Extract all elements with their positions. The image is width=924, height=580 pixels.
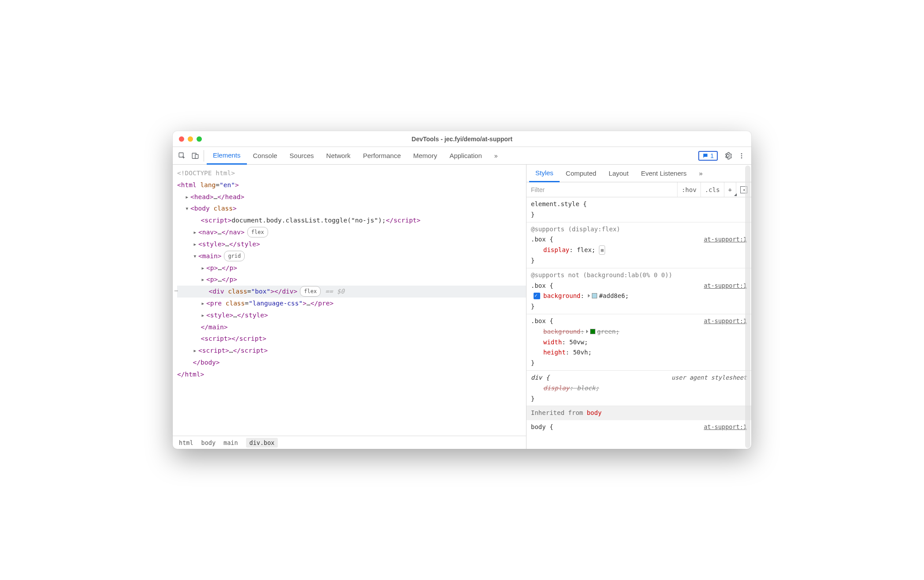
flex-badge[interactable]: flex	[247, 227, 268, 237]
main-close[interactable]: </main>	[177, 321, 526, 333]
expand-shorthand-icon[interactable]	[588, 294, 590, 298]
maximize-window-icon[interactable]	[197, 136, 202, 142]
flex-badge[interactable]: flex	[300, 286, 321, 297]
inherited-from-label: Inherited from body	[526, 406, 751, 420]
styles-panel: Styles Computed Layout Event Listeners »…	[526, 165, 751, 449]
rule-supports-not-lab[interactable]: @supports not (background:lab(0% 0 0)) a…	[526, 268, 751, 314]
source-link[interactable]: at-support:1	[704, 234, 747, 245]
window-title: DevTools - jec.fyi/demo/at-support	[179, 136, 745, 143]
tabs-overflow-icon[interactable]: »	[488, 147, 504, 164]
settings-icon[interactable]	[724, 152, 732, 160]
scrollbar[interactable]	[745, 166, 750, 448]
empty-script[interactable]: <script></script>	[177, 333, 526, 345]
tab-memory[interactable]: Memory	[407, 147, 443, 164]
tab-sources[interactable]: Sources	[284, 147, 320, 164]
traffic-lights	[179, 136, 202, 142]
more-menu-icon[interactable]	[738, 152, 745, 159]
hov-toggle[interactable]: :hov	[677, 182, 701, 197]
body-open[interactable]: ▾<body class>	[177, 203, 526, 215]
source-link[interactable]: at-support:1	[704, 422, 747, 432]
styles-rules[interactable]: element.style { } @supports (display:fle…	[526, 197, 751, 449]
cls-toggle[interactable]: .cls	[701, 182, 724, 197]
tab-elements[interactable]: Elements	[207, 147, 247, 165]
head-node[interactable]: ▸<head>…</head>	[177, 191, 526, 203]
device-toggle-icon[interactable]	[191, 152, 199, 160]
svg-point-3	[741, 153, 742, 154]
script-node-2[interactable]: ▸<script>…</script>	[177, 345, 526, 357]
pre-node[interactable]: ▸<pre class="language-css">…</pre>	[177, 298, 526, 309]
rule-user-agent[interactable]: user agent stylesheet div { display: blo…	[526, 371, 751, 406]
source-link[interactable]: at-support:1	[704, 316, 747, 326]
p-node-1[interactable]: ▸<p>…</p>	[177, 262, 526, 274]
grid-badge[interactable]: grid	[224, 251, 245, 261]
stabs-overflow-icon[interactable]: »	[693, 165, 709, 182]
breadcrumb: html body main div.box	[173, 436, 526, 449]
body-close[interactable]: </body>	[177, 357, 526, 369]
styles-filter-input[interactable]	[526, 186, 677, 193]
rule-supports-flex[interactable]: @supports (display:flex) at-support:1 .b…	[526, 222, 751, 268]
stab-layout[interactable]: Layout	[602, 165, 635, 182]
svg-point-4	[741, 155, 742, 156]
minimize-window-icon[interactable]	[188, 136, 193, 142]
main-toolbar: Elements Console Sources Network Perform…	[173, 147, 751, 165]
tab-network[interactable]: Network	[320, 147, 357, 164]
issues-badge[interactable]: 1	[698, 151, 718, 161]
close-window-icon[interactable]	[179, 136, 184, 142]
stab-event-listeners[interactable]: Event Listeners	[635, 165, 693, 182]
styles-filter-bar: :hov .cls + ◂	[526, 182, 751, 197]
rule-element-style[interactable]: element.style { }	[526, 197, 751, 222]
stab-styles[interactable]: Styles	[529, 165, 560, 182]
main-tabs: Elements Console Sources Network Perform…	[207, 147, 504, 164]
prop-checkbox[interactable]	[534, 293, 540, 299]
styles-tabs: Styles Computed Layout Event Listeners »	[526, 165, 751, 182]
html-open[interactable]: <html lang="en">	[177, 179, 526, 191]
nav-node[interactable]: ▸<nav>…</nav>flex	[177, 226, 526, 238]
expand-shorthand-icon[interactable]	[586, 330, 588, 333]
color-swatch-icon[interactable]	[590, 329, 595, 334]
style-node-1[interactable]: ▸<style>…</style>	[177, 238, 526, 250]
tab-application[interactable]: Application	[443, 147, 488, 164]
crumb-body[interactable]: body	[201, 439, 216, 446]
main-content: <!DOCTYPE html> <html lang="en"> ▸<head>…	[173, 165, 751, 449]
devtools-window: DevTools - jec.fyi/demo/at-support Eleme…	[173, 131, 751, 449]
flex-editor-icon[interactable]: ▦	[599, 245, 605, 255]
selected-div-box[interactable]: <div class="box"></div>flex== $0	[177, 286, 526, 298]
svg-rect-2	[195, 154, 198, 158]
main-open[interactable]: ▾<main>grid	[177, 250, 526, 262]
doctype: <!DOCTYPE html>	[177, 169, 235, 177]
rule-body-inherited[interactable]: at-support:1 body {	[526, 420, 751, 434]
eq-dollar-zero: == $0	[325, 288, 345, 295]
stab-computed[interactable]: Computed	[560, 165, 602, 182]
dom-tree[interactable]: <!DOCTYPE html> <html lang="en"> ▸<head>…	[173, 165, 526, 436]
crumb-html[interactable]: html	[179, 439, 193, 446]
inline-script[interactable]: <script>document.body.classList.toggle("…	[177, 215, 526, 226]
color-swatch-icon[interactable]	[592, 293, 597, 298]
source-link[interactable]: at-support:1	[704, 281, 747, 291]
new-rule-button[interactable]: +	[724, 182, 736, 197]
crumb-main[interactable]: main	[223, 439, 238, 446]
window-titlebar: DevTools - jec.fyi/demo/at-support	[173, 131, 751, 147]
issues-count: 1	[710, 152, 714, 159]
rule-box[interactable]: at-support:1 .box { background:green; wi…	[526, 314, 751, 371]
tab-console[interactable]: Console	[247, 147, 284, 164]
style-node-2[interactable]: ▸<style>…</style>	[177, 309, 526, 321]
ua-source: user agent stylesheet	[671, 373, 747, 383]
p-node-2[interactable]: ▸<p>…</p>	[177, 274, 526, 286]
html-close[interactable]: </html>	[177, 369, 526, 380]
elements-panel: <!DOCTYPE html> <html lang="en"> ▸<head>…	[173, 165, 526, 449]
crumb-div-box[interactable]: div.box	[246, 438, 278, 448]
svg-point-5	[741, 157, 742, 158]
inspect-element-icon[interactable]	[178, 152, 186, 160]
tab-performance[interactable]: Performance	[357, 147, 407, 164]
